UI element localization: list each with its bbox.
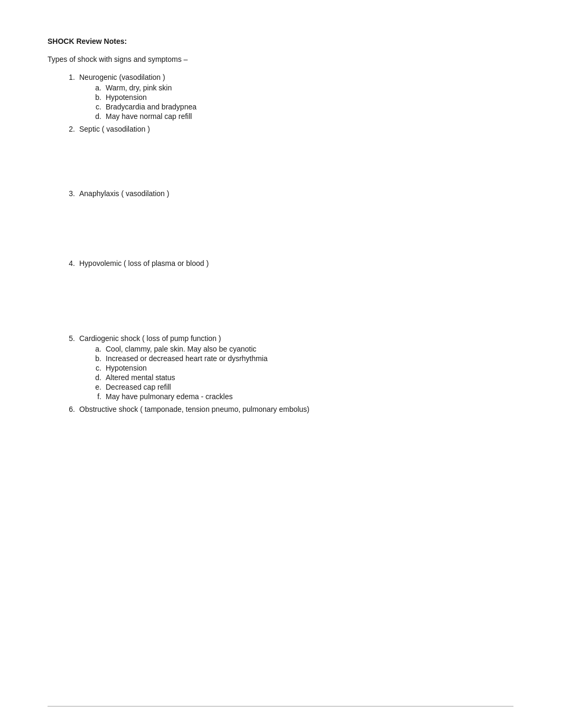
sub-letter-1c: c. <box>79 103 106 111</box>
sub-item-1c: c. Bradycardia and bradypnea <box>79 103 513 111</box>
sub-content-5e: Decreased cap refill <box>106 383 513 391</box>
list-item-2: 2. Septic ( vasodilation ) <box>48 125 513 133</box>
list-num-6: 6. <box>48 405 79 413</box>
sub-item-5f: f. May have pulmonary edema - crackles <box>79 392 513 401</box>
spacer-after-3 <box>48 201 513 259</box>
list-content-5: Cardiogenic shock ( loss of pump functio… <box>79 334 513 402</box>
sub-content-1b: Hypotension <box>106 93 513 102</box>
list-content-1: Neurogenic (vasodilation ) a. Warm, dry,… <box>79 73 513 122</box>
list-num-4: 4. <box>48 259 79 268</box>
list-num-5: 5. <box>48 334 79 343</box>
main-list: 1. Neurogenic (vasodilation ) a. Warm, d… <box>48 73 513 133</box>
spacer-after-4 <box>48 271 513 334</box>
main-list-4: 4. Hypovolemic ( loss of plasma or blood… <box>48 259 513 268</box>
list-content-2: Septic ( vasodilation ) <box>79 125 513 133</box>
list-num-2: 2. <box>48 125 79 133</box>
sub-letter-1d: d. <box>79 112 106 121</box>
list-num-1: 1. <box>48 73 79 81</box>
sub-item-5d: d. Altered mental status <box>79 373 513 382</box>
sub-letter-1a: a. <box>79 84 106 92</box>
list-item-3: 3. Anaphylaxis ( vasodilation ) <box>48 189 513 198</box>
sub-letter-5e: e. <box>79 383 106 391</box>
sub-item-1a: a. Warm, dry, pink skin <box>79 84 513 92</box>
sub-item-5b: b. Increased or decreased heart rate or … <box>79 354 513 363</box>
sub-letter-5c: c. <box>79 364 106 372</box>
list-label-1: Neurogenic (vasodilation ) <box>79 73 165 81</box>
sub-letter-5a: a. <box>79 345 106 353</box>
main-list-continued: 3. Anaphylaxis ( vasodilation ) <box>48 189 513 198</box>
list-item-5: 5. Cardiogenic shock ( loss of pump func… <box>48 334 513 402</box>
list-num-3: 3. <box>48 189 79 198</box>
sub-item-1b: b. Hypotension <box>79 93 513 102</box>
list-label-3: Anaphylaxis ( vasodilation ) <box>79 189 169 198</box>
sub-letter-1b: b. <box>79 93 106 102</box>
list-item-6: 6. Obstructive shock ( tamponade, tensio… <box>48 405 513 413</box>
main-list-5: 5. Cardiogenic shock ( loss of pump func… <box>48 334 513 413</box>
sub-letter-5b: b. <box>79 354 106 363</box>
sub-content-5a: Cool, clammy, pale skin. May also be cya… <box>106 345 513 353</box>
list-content-3: Anaphylaxis ( vasodilation ) <box>79 189 513 198</box>
list-content-4: Hypovolemic ( loss of plasma or blood ) <box>79 259 513 268</box>
sub-item-5e: e. Decreased cap refill <box>79 383 513 391</box>
bottom-bar <box>48 706 513 707</box>
sub-item-5a: a. Cool, clammy, pale skin. May also be … <box>79 345 513 353</box>
sub-letter-5d: d. <box>79 373 106 382</box>
sub-content-5d: Altered mental status <box>106 373 513 382</box>
list-label-5: Cardiogenic shock ( loss of pump functio… <box>79 334 221 343</box>
sub-content-1c: Bradycardia and bradypnea <box>106 103 513 111</box>
list-label-4: Hypovolemic ( loss of plasma or blood ) <box>79 259 209 268</box>
page-container: SHOCK Review Notes: Types of shock with … <box>0 0 561 728</box>
list-item-4: 4. Hypovolemic ( loss of plasma or blood… <box>48 259 513 268</box>
sub-item-1d: d. May have normal cap refill <box>79 112 513 121</box>
list-item-1: 1. Neurogenic (vasodilation ) a. Warm, d… <box>48 73 513 122</box>
spacer-after-2 <box>48 136 513 189</box>
intro-line: Types of shock with signs and symptoms – <box>48 55 513 63</box>
sub-list-5: a. Cool, clammy, pale skin. May also be … <box>79 345 513 401</box>
sub-content-5f: May have pulmonary edema - crackles <box>106 392 513 401</box>
sub-content-5b: Increased or decreased heart rate or dys… <box>106 354 513 363</box>
sub-item-5c: c. Hypotension <box>79 364 513 372</box>
list-content-6: Obstructive shock ( tamponade, tension p… <box>79 405 513 413</box>
sub-content-5c: Hypotension <box>106 364 513 372</box>
list-label-2: Septic ( vasodilation ) <box>79 125 150 133</box>
list-label-6: Obstructive shock ( tamponade, tension p… <box>79 405 310 413</box>
sub-letter-5f: f. <box>79 392 106 401</box>
page-title: SHOCK Review Notes: <box>48 37 513 45</box>
sub-content-1d: May have normal cap refill <box>106 112 513 121</box>
sub-list-1: a. Warm, dry, pink skin b. Hypotension c… <box>79 84 513 121</box>
sub-content-1a: Warm, dry, pink skin <box>106 84 513 92</box>
